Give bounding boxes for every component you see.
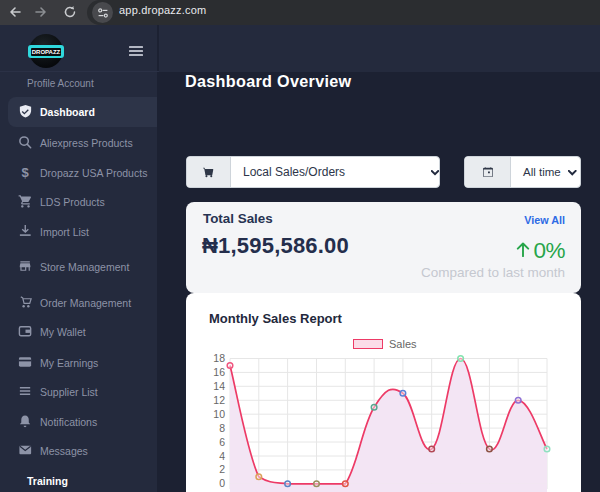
svg-text:4: 4 [219,450,225,462]
svg-text:8: 8 [219,422,225,434]
svg-text:10: 10 [213,408,225,420]
svg-text:16: 16 [213,366,225,378]
svg-text:6: 6 [219,436,225,448]
svg-text:2: 2 [219,463,225,475]
svg-text:14: 14 [213,380,225,392]
svg-text:12: 12 [213,394,225,406]
svg-text:0: 0 [219,477,225,489]
svg-text:18: 18 [213,352,225,364]
